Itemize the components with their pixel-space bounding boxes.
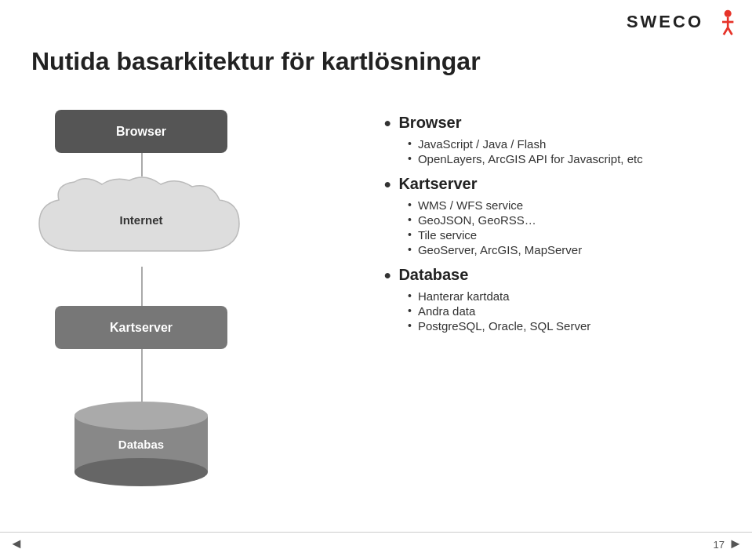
- diagram-area: Browser Internet Kartserver Databas: [31, 110, 274, 518]
- kartserver-box: Kartserver: [55, 306, 227, 349]
- kartserver-box-label: Kartserver: [110, 321, 173, 335]
- bottom-divider: [0, 532, 752, 533]
- sweco-icon: [708, 8, 736, 36]
- svg-point-6: [74, 458, 208, 486]
- bullet-kartserver-sub-3: GeoServer, ArcGIS, MapServer: [408, 243, 729, 256]
- bullet-database-sub-0: Hanterar kartdata: [408, 289, 729, 303]
- page-number: 17: [714, 539, 725, 551]
- browser-box-label: Browser: [116, 125, 166, 139]
- logo-text: SWECO: [627, 12, 703, 32]
- svg-line-4: [728, 27, 732, 35]
- bullet-kartserver-sub-2: Tile service: [408, 228, 729, 242]
- database-cylinder: Databas: [71, 400, 212, 478]
- connector-kartserver-db: [141, 349, 143, 402]
- bullet-browser-sub-0: JavaScript / Java / Flash: [408, 137, 729, 151]
- svg-line-3: [724, 27, 728, 35]
- bullet-kartserver-sub-0: WMS / WFS service: [408, 198, 729, 212]
- bullet-database-sub-2: PostgreSQL, Oracle, SQL Server: [408, 319, 729, 333]
- svg-point-7: [74, 402, 208, 430]
- bullet-kartserver-main: Kartserver: [384, 175, 729, 195]
- database-svg: Databas: [71, 400, 212, 486]
- nav-arrow-right[interactable]: ►: [728, 536, 743, 551]
- bullet-list: Browser JavaScript / Java / Flash OpenLa…: [384, 114, 729, 334]
- slide-title: Nutida basarkitektur för kartlösningar: [31, 47, 481, 76]
- svg-text:Databas: Databas: [118, 438, 164, 451]
- connector-internet-kartserver: [141, 267, 143, 310]
- browser-box: Browser: [55, 110, 227, 153]
- logo-area: SWECO: [627, 8, 736, 36]
- internet-cloud-label: Internet: [119, 213, 162, 227]
- bullet-browser-main: Browser: [384, 114, 729, 134]
- bullet-browser-sub-1: OpenLayers, ArcGIS API for Javascript, e…: [408, 152, 729, 165]
- internet-cloud: Internet: [31, 173, 251, 267]
- bullet-database-sub-1: Andra data: [408, 304, 729, 318]
- nav-arrow-left[interactable]: ◄: [9, 536, 24, 551]
- bullet-database-main: Database: [384, 266, 729, 286]
- svg-point-0: [725, 10, 732, 17]
- bullet-kartserver-sub-1: GeoJSON, GeoRSS…: [408, 213, 729, 227]
